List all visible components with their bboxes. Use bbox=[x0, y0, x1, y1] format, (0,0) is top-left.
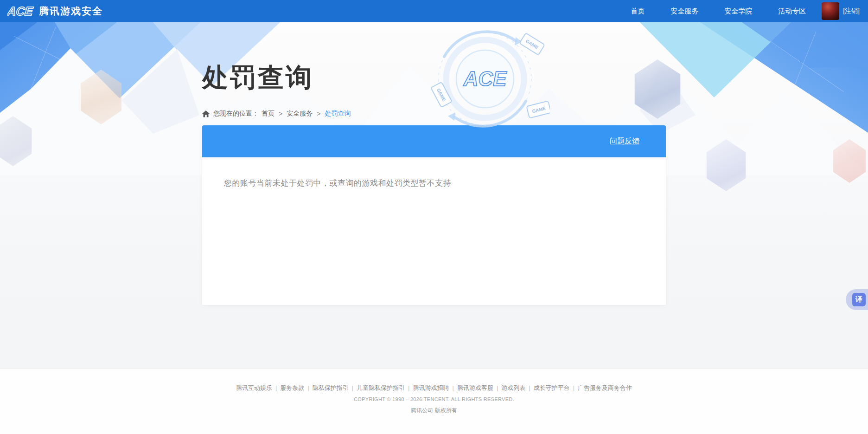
result-card-header: 问题反馈 bbox=[202, 125, 666, 157]
breadcrumb-home[interactable]: 首页 bbox=[262, 110, 274, 118]
footer-links: 腾讯互动娱乐|服务条款|隐私保护指引|儿童隐私保护指引|腾讯游戏招聘|腾讯游戏客… bbox=[0, 384, 868, 392]
nav-item-security-academy[interactable]: 安全学院 bbox=[724, 7, 752, 16]
page-footer: 腾讯互动娱乐|服务条款|隐私保护指引|儿童隐私保护指引|腾讯游戏招聘|腾讯游戏客… bbox=[0, 368, 868, 434]
footer-separator: | bbox=[453, 384, 454, 391]
feedback-link[interactable]: 问题反馈 bbox=[610, 136, 639, 146]
result-message: 您的账号当前未处于处罚中，或查询的游戏和处罚类型暂不支持 bbox=[224, 178, 647, 188]
ace-logo-icon: ACE bbox=[7, 4, 34, 18]
top-navbar: ACE 腾讯游戏安全 首页 安全服务 安全学院 活动专区 [注销] bbox=[0, 0, 868, 22]
site-logo-text: 腾讯游戏安全 bbox=[39, 5, 103, 18]
footer-link-children-privacy[interactable]: 儿童隐私保护指引 bbox=[357, 384, 405, 391]
logout-link[interactable]: [注销] bbox=[843, 7, 860, 15]
footer-separator: | bbox=[307, 384, 309, 391]
nav-item-home[interactable]: 首页 bbox=[631, 7, 645, 16]
footer-link-guardian[interactable]: 成长守护平台 bbox=[534, 384, 570, 391]
footer-separator: | bbox=[275, 384, 277, 391]
breadcrumb-security-services[interactable]: 安全服务 bbox=[287, 110, 313, 118]
footer-separator: | bbox=[408, 384, 409, 391]
footer-separator: | bbox=[352, 384, 353, 391]
footer-link-game-list[interactable]: 游戏列表 bbox=[501, 384, 525, 391]
footer-separator: | bbox=[497, 384, 498, 391]
nav-menu: 首页 安全服务 安全学院 活动专区 [注销] bbox=[605, 2, 860, 20]
result-card-body: 您的账号当前未处于处罚中，或查询的游戏和处罚类型暂不支持 bbox=[202, 157, 666, 305]
breadcrumb-separator: > bbox=[317, 110, 320, 117]
footer-separator: | bbox=[529, 384, 530, 391]
translate-icon[interactable]: 译 bbox=[852, 293, 866, 306]
footer-copyright: COPYRIGHT © 1998 – 2026 TENCENT. ALL RIG… bbox=[0, 396, 868, 402]
footer-link-service[interactable]: 腾讯游戏客服 bbox=[457, 384, 493, 391]
footer-separator: | bbox=[573, 384, 574, 391]
footer-company: 腾讯公司 版权所有 bbox=[0, 407, 868, 415]
user-avatar[interactable] bbox=[822, 2, 839, 20]
site-logo[interactable]: ACE 腾讯游戏安全 bbox=[7, 4, 103, 18]
footer-link-jobs[interactable]: 腾讯游戏招聘 bbox=[413, 384, 449, 391]
home-icon bbox=[202, 110, 210, 117]
translate-widget[interactable]: 译 bbox=[846, 289, 868, 310]
svg-text:ACE: ACE bbox=[7, 4, 34, 18]
breadcrumb-prefix: 您现在的位置： bbox=[213, 110, 259, 118]
nav-item-security-services[interactable]: 安全服务 bbox=[670, 7, 698, 16]
query-result-card: 问题反馈 您的账号当前未处于处罚中，或查询的游戏和处罚类型暂不支持 bbox=[202, 125, 666, 305]
breadcrumb: 您现在的位置： 首页 > 安全服务 > 处罚查询 bbox=[202, 110, 666, 118]
footer-link-ient[interactable]: 腾讯互动娱乐 bbox=[236, 384, 272, 391]
footer-link-terms[interactable]: 服务条款 bbox=[280, 384, 304, 391]
breadcrumb-separator: > bbox=[279, 110, 282, 117]
footer-link-ads[interactable]: 广告服务及商务合作 bbox=[578, 384, 632, 391]
breadcrumb-current[interactable]: 处罚查询 bbox=[325, 110, 351, 118]
footer-link-privacy[interactable]: 隐私保护指引 bbox=[313, 384, 349, 391]
nav-item-activity-zone[interactable]: 活动专区 bbox=[778, 7, 806, 16]
hero-section: ACE GAME GAME GAME 处罚查询 您现在的位置： 首页 > 安全服… bbox=[0, 22, 868, 368]
page-title: 处罚查询 bbox=[202, 22, 666, 96]
